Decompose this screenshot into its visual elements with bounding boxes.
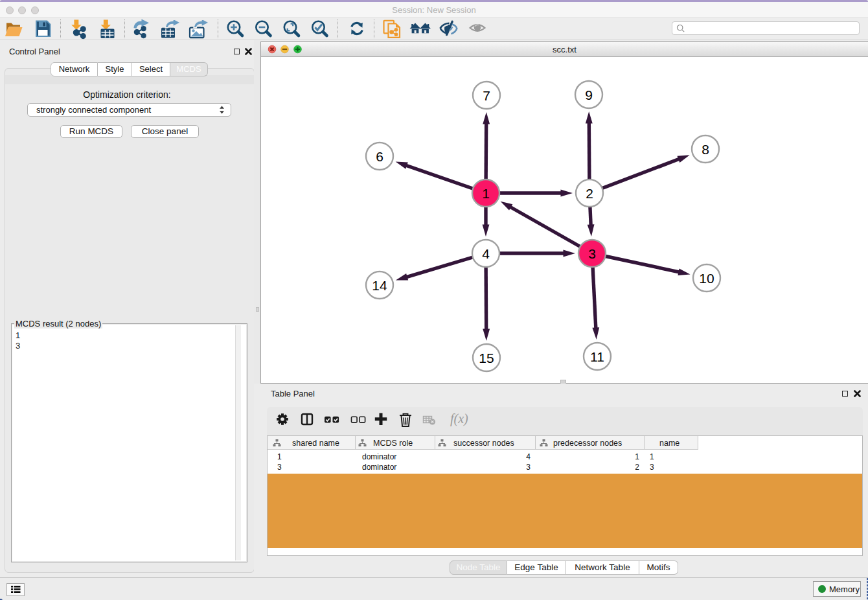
svg-text:1: 1 bbox=[482, 186, 490, 201]
svg-text:7: 7 bbox=[483, 88, 490, 103]
svg-text:11: 11 bbox=[590, 349, 604, 364]
svg-text:15: 15 bbox=[479, 351, 494, 365]
svg-text:9: 9 bbox=[585, 87, 593, 102]
svg-text:6: 6 bbox=[376, 149, 383, 164]
svg-text:2: 2 bbox=[586, 186, 593, 201]
svg-text:8: 8 bbox=[702, 142, 709, 157]
svg-text:3: 3 bbox=[588, 246, 596, 261]
svg-text:f(x): f(x) bbox=[450, 411, 468, 426]
svg-text:14: 14 bbox=[372, 278, 387, 293]
svg-text:10: 10 bbox=[699, 271, 714, 286]
svg-text:4: 4 bbox=[482, 246, 490, 261]
